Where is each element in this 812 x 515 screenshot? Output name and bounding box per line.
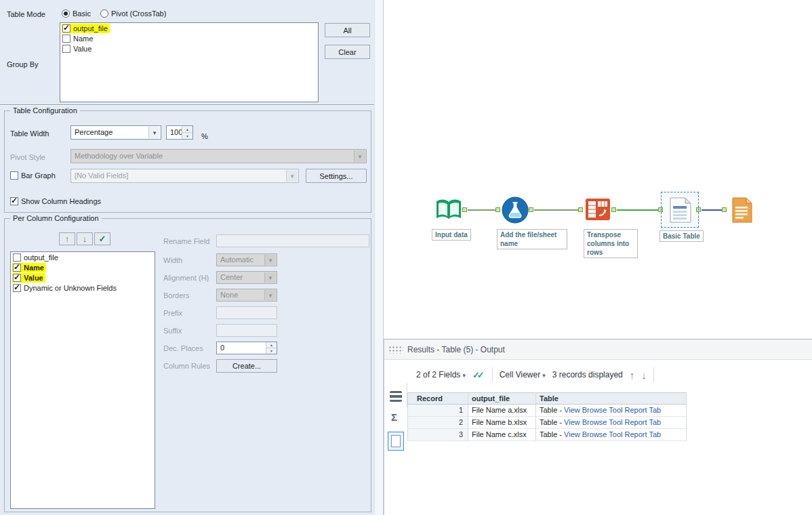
scroll-down-icon[interactable]: ↓ (641, 369, 647, 381)
table-width-mode-value: Percentage (75, 128, 113, 136)
spin-down-icon[interactable]: ▼ (182, 132, 192, 139)
table-configuration-group: Table Configuration Table Width Percenta… (4, 110, 371, 213)
checkbox[interactable] (62, 35, 70, 43)
chevron-down-icon: ▾ (286, 170, 298, 182)
bar-graph-checkbox-row[interactable]: Bar Graph (10, 171, 56, 180)
section-divider (0, 104, 375, 106)
configuration-panel: Table Mode Basic Pivot (CrossTab) output… (0, 0, 384, 515)
checkbox[interactable] (13, 274, 21, 282)
suffix-label: Suffix (163, 327, 182, 335)
spin-up-icon[interactable]: ▲ (182, 126, 192, 132)
checkbox[interactable] (13, 253, 21, 262)
checkbox[interactable] (13, 284, 21, 292)
config-scrollbar-track[interactable] (374, 0, 383, 515)
move-up-button[interactable]: ↑ (59, 232, 75, 245)
report-view-icon[interactable] (388, 432, 404, 451)
borders-select: None ▾ (216, 289, 277, 302)
chevron-down-icon[interactable]: ▾ (148, 127, 160, 138)
per-column-item-output-file[interactable]: output_file (11, 252, 155, 262)
radio-pivot-crosstab[interactable]: Pivot (CrossTab) (100, 9, 166, 18)
per-column-configuration-title: Per Column Configuration (10, 214, 102, 222)
checkbox[interactable] (62, 45, 70, 53)
browse-report-link[interactable]: View Browse Tool Report Tab (564, 406, 661, 414)
alignment-label: Alignment (H) (163, 274, 209, 282)
column-header-output-file[interactable]: output_file (468, 392, 536, 405)
tool-input-data[interactable] (434, 195, 464, 225)
rename-field-input (216, 234, 369, 247)
create-column-rules-button[interactable]: Create... (216, 359, 277, 373)
column-header-table[interactable]: Table (536, 392, 687, 405)
radio-basic-control[interactable] (62, 9, 70, 18)
group-by-item-value[interactable]: Value (60, 43, 318, 54)
per-column-item-name[interactable]: Name (11, 262, 155, 272)
tool-annotation-formula[interactable]: Add the file/sheet name (497, 229, 567, 249)
show-column-headings-row[interactable]: Show Column Headings (10, 197, 101, 205)
formula-icon (500, 195, 530, 225)
per-column-item-dynamic-fields[interactable]: Dynamic or Unknown Fields (11, 283, 155, 293)
settings-button[interactable]: Settings... (306, 169, 367, 183)
group-by-listbox[interactable]: output_file Name Value (60, 22, 319, 102)
select-all-fields-button[interactable]: ✓ (94, 232, 110, 245)
spin-down-icon: ▼ (266, 348, 277, 354)
borders-value: None (220, 291, 238, 299)
results-header[interactable]: Results - Table (5) - Output (384, 339, 812, 360)
connection-input-to-formula[interactable] (468, 209, 495, 211)
tool-annotation-basic-table[interactable]: Basic Table (659, 230, 704, 242)
bar-graph-checkbox[interactable] (10, 171, 18, 180)
metadata-icon[interactable]: Σ (391, 411, 397, 423)
tool-browse[interactable] (727, 195, 756, 225)
clear-button[interactable]: Clear (325, 45, 370, 59)
data-view-icon[interactable] (390, 391, 402, 402)
column-rules-label: Column Rules (163, 362, 210, 370)
list-item-label: output_file (24, 253, 58, 262)
radio-basic-text: Basic (73, 9, 91, 18)
results-toolbar: 2 of 2 Fields▾ ✓✓ Cell Viewer▾ 3 records… (407, 360, 812, 390)
input-anchor[interactable] (722, 207, 727, 212)
cell-viewer-dropdown[interactable]: Cell Viewer▾ (500, 370, 546, 379)
double-check-icon[interactable]: ✓✓ (472, 370, 485, 380)
column-header-record[interactable]: Record (407, 392, 468, 405)
move-down-button[interactable]: ↓ (77, 232, 93, 245)
radio-basic[interactable]: Basic (62, 9, 91, 18)
tool-formula[interactable] (500, 195, 530, 225)
all-button[interactable]: All (325, 23, 370, 37)
results-title: Results - Table (5) - Output (407, 345, 505, 354)
table-prefix: Table - (540, 418, 564, 426)
input-data-icon (434, 195, 464, 225)
fields-dropdown[interactable]: 2 of 2 Fields▾ (416, 370, 466, 379)
table-width-value-spinner[interactable]: 100 ▲▼ (166, 125, 193, 140)
chevron-down-icon: ▾ (354, 150, 365, 162)
tool-transpose[interactable] (583, 194, 613, 224)
scroll-up-icon[interactable]: ↑ (630, 369, 635, 381)
tool-basic-table[interactable] (665, 195, 695, 225)
per-column-listbox[interactable]: output_file Name Value Dynamic or Unknow… (10, 251, 155, 509)
output-file-cell: File Name b.xlsx (468, 417, 536, 429)
table-width-mode-select[interactable]: Percentage ▾ (70, 125, 161, 140)
connection-formula-to-transpose[interactable] (534, 209, 578, 211)
browse-icon (727, 195, 756, 225)
radio-pivot-text: Pivot (CrossTab) (111, 9, 166, 18)
group-by-item-output-file[interactable]: output_file (60, 23, 318, 33)
chevron-down-icon: ▾ (264, 272, 276, 283)
workflow-canvas[interactable]: Input data Add the file/sheet name Trans… (384, 0, 812, 339)
output-file-cell: File Name c.xlsx (468, 429, 536, 441)
connection-transpose-to-table[interactable] (617, 209, 658, 211)
group-by-item-name[interactable]: Name (60, 33, 318, 43)
table-report-cell: Table - View Browse Tool Report Tab (536, 405, 687, 417)
browse-report-link[interactable]: View Browse Tool Report Tab (564, 418, 661, 426)
browse-report-link[interactable]: View Browse Tool Report Tab (564, 430, 661, 438)
checkbox[interactable] (13, 264, 21, 272)
prefix-label: Prefix (163, 309, 182, 317)
table-width-label: Table Width (10, 129, 49, 138)
connection-table-to-browse[interactable] (702, 209, 722, 211)
drag-handle-icon[interactable] (388, 346, 403, 354)
rename-field-label: Rename Field (163, 237, 209, 245)
checkbox[interactable] (62, 24, 70, 33)
tool-annotation-input[interactable]: Input data (432, 229, 471, 241)
input-anchor[interactable] (495, 207, 500, 212)
radio-pivot-control[interactable] (100, 9, 108, 18)
per-column-item-value[interactable]: Value (11, 272, 155, 283)
input-anchor[interactable] (578, 207, 583, 212)
tool-annotation-transpose[interactable]: Transpose columns into rows (584, 229, 638, 258)
show-column-headings-checkbox[interactable] (10, 197, 18, 205)
